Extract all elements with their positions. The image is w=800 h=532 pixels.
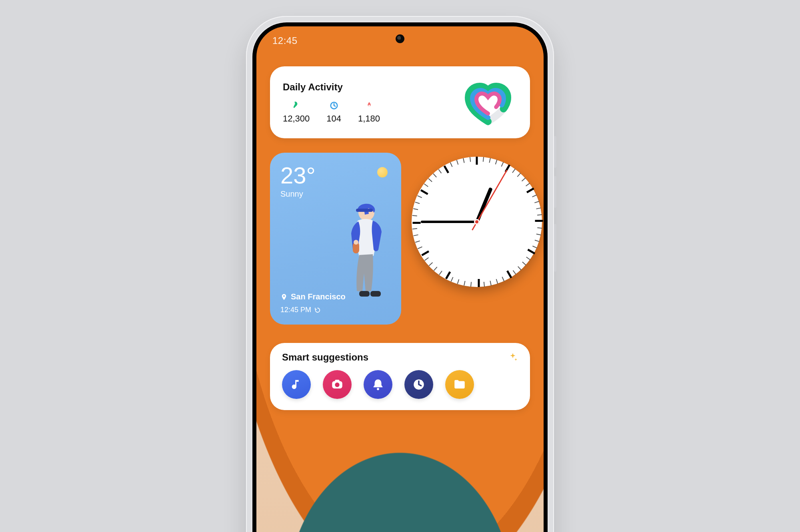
clock-tick xyxy=(532,246,537,249)
power-button[interactable] xyxy=(554,224,556,272)
svg-rect-5 xyxy=(370,291,381,297)
clock-tick xyxy=(526,257,530,260)
clock-tick xyxy=(535,220,543,222)
clock-pin xyxy=(474,219,480,225)
clock-tick xyxy=(512,169,516,173)
clock-tick xyxy=(513,270,516,275)
clock-tick xyxy=(451,277,454,282)
daily-activity-widget[interactable]: Daily Activity 12,300 xyxy=(270,66,530,138)
widget-area: Daily Activity 12,300 xyxy=(256,26,544,532)
app-clock[interactable] xyxy=(404,370,433,399)
clock-tick xyxy=(434,267,438,271)
clock-tick xyxy=(417,195,422,198)
app-camera[interactable] xyxy=(323,370,352,399)
clock-tick xyxy=(412,228,417,229)
clock-tick xyxy=(429,262,433,266)
clock-tick xyxy=(522,262,526,266)
weather-temp: 23° xyxy=(280,164,391,187)
calories-value: 1,180 xyxy=(358,114,380,124)
smart-suggestions-widget[interactable]: Smart suggestions xyxy=(270,343,530,410)
sparkle-icon xyxy=(508,352,518,363)
folder-icon xyxy=(453,378,466,391)
clock-tick xyxy=(501,162,504,167)
minutes-value: 104 xyxy=(326,114,341,124)
clock-tick xyxy=(534,201,539,203)
steps-value: 12,300 xyxy=(283,114,310,124)
clock-tick xyxy=(478,279,480,287)
front-camera xyxy=(396,34,404,43)
second-hand xyxy=(476,169,508,222)
clock-small-icon xyxy=(329,101,339,110)
svg-point-8 xyxy=(283,295,285,297)
clock-tick xyxy=(536,233,541,235)
clock-tick xyxy=(439,271,442,275)
clock-tick xyxy=(463,158,464,163)
weather-location-text: San Francisco xyxy=(291,292,346,301)
clock-tick xyxy=(490,281,491,285)
analog-clock-widget[interactable] xyxy=(412,153,542,287)
svg-point-7 xyxy=(354,240,358,245)
weather-widget[interactable]: 23° Sunny xyxy=(270,153,401,325)
clock-tick xyxy=(537,214,542,215)
svg-point-1 xyxy=(368,105,370,106)
clock-icon xyxy=(412,378,426,391)
clock-tick xyxy=(535,240,540,242)
clock-tick xyxy=(421,251,429,256)
clock-tick xyxy=(413,222,421,224)
clock-tick xyxy=(484,282,485,287)
volume-down-button[interactable] xyxy=(554,176,556,208)
clock-tick xyxy=(433,173,437,177)
clock-tick xyxy=(424,183,428,187)
app-music[interactable] xyxy=(282,370,311,399)
clock-tick xyxy=(483,157,484,162)
clock-tick xyxy=(444,165,449,173)
app-notifications[interactable] xyxy=(364,370,392,399)
activity-stats: Daily Activity 12,300 xyxy=(283,82,462,124)
phone-frame: 12:45 Daily Activity 12,300 xyxy=(246,16,554,532)
clock-tick xyxy=(450,162,453,167)
metric-active-minutes: 104 xyxy=(326,101,341,124)
music-note-icon xyxy=(290,378,303,391)
clock-tick xyxy=(527,249,535,254)
clock-tick xyxy=(496,279,498,284)
clock-tick xyxy=(532,195,537,197)
clock-tick xyxy=(412,215,417,216)
flame-icon xyxy=(364,101,374,110)
volume-up-button[interactable] xyxy=(554,136,556,168)
clock-tick xyxy=(518,266,522,270)
pin-icon xyxy=(280,293,288,301)
camera-icon xyxy=(330,378,344,391)
clock-tick xyxy=(445,271,451,279)
svg-point-12 xyxy=(377,388,379,391)
sun-icon xyxy=(377,167,388,177)
weather-time: 12:45 PM xyxy=(280,306,321,314)
weather-condition: Sunny xyxy=(280,189,391,199)
clock-tick xyxy=(415,241,420,243)
weather-location: San Francisco xyxy=(280,292,346,301)
clock-tick xyxy=(470,282,472,287)
clock-tick xyxy=(526,187,534,193)
clock-tick xyxy=(522,177,526,181)
refresh-icon[interactable] xyxy=(314,307,321,313)
clock-tick xyxy=(506,270,512,278)
clock-tick xyxy=(489,158,490,163)
clock-face xyxy=(412,157,542,287)
person-illustration xyxy=(338,200,392,304)
bell-icon xyxy=(371,378,385,391)
clock-tick xyxy=(502,277,504,281)
clock-tick xyxy=(517,173,521,177)
clock-tick xyxy=(476,157,478,165)
minute-hand xyxy=(421,221,477,223)
suggestions-title: Smart suggestions xyxy=(282,352,368,363)
app-files[interactable] xyxy=(445,370,474,399)
clock-tick xyxy=(420,189,428,195)
home-screen[interactable]: 12:45 Daily Activity 12,300 xyxy=(256,26,544,532)
weather-time-text: 12:45 PM xyxy=(280,306,311,314)
clock-tick xyxy=(457,279,460,284)
steps-icon xyxy=(292,101,301,110)
activity-ring-icon xyxy=(462,77,514,129)
svg-rect-4 xyxy=(359,291,370,297)
clock-tick xyxy=(470,157,471,162)
clock-tick xyxy=(495,159,498,164)
svg-rect-3 xyxy=(356,209,373,212)
